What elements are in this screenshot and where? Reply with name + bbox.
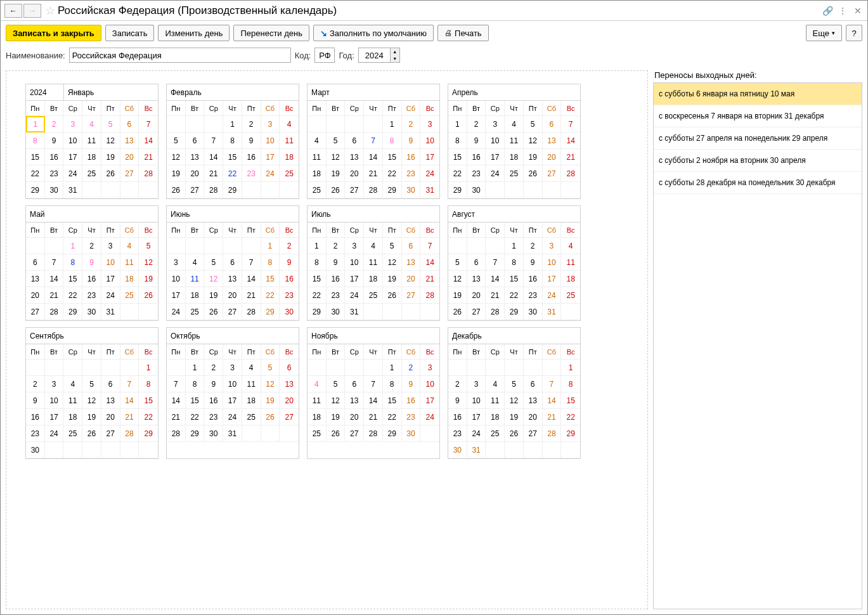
day-cell[interactable] xyxy=(420,304,439,320)
day-cell[interactable]: 17 xyxy=(167,287,186,304)
day-cell[interactable]: 25 xyxy=(308,425,327,442)
day-cell[interactable]: 18 xyxy=(308,165,327,182)
day-cell[interactable]: 26 xyxy=(505,425,524,442)
day-cell[interactable]: 2 xyxy=(280,238,299,254)
day-cell[interactable]: 15 xyxy=(561,392,580,409)
day-cell[interactable] xyxy=(204,116,223,133)
day-cell[interactable]: 23 xyxy=(45,165,64,182)
day-cell[interactable]: 12 xyxy=(327,149,346,165)
day-cell[interactable]: 17 xyxy=(63,149,82,165)
day-cell[interactable]: 18 xyxy=(186,287,205,304)
day-cell[interactable]: 23 xyxy=(26,425,45,442)
day-cell[interactable] xyxy=(223,238,242,254)
day-cell[interactable]: 6 xyxy=(280,359,299,376)
day-cell[interactable]: 2 xyxy=(402,116,421,133)
day-cell[interactable]: 14 xyxy=(364,149,383,165)
day-cell[interactable]: 18 xyxy=(120,271,139,287)
day-cell[interactable]: 8 xyxy=(383,133,402,149)
day-cell[interactable]: 22 xyxy=(448,165,467,182)
day-cell[interactable]: 20 xyxy=(345,165,364,182)
day-cell[interactable]: 27 xyxy=(543,165,562,182)
day-cell[interactable] xyxy=(186,116,205,133)
day-cell[interactable]: 13 xyxy=(345,149,364,165)
day-cell[interactable]: 9 xyxy=(402,133,421,149)
day-cell[interactable] xyxy=(561,442,580,458)
day-cell[interactable] xyxy=(561,304,580,320)
day-cell[interactable] xyxy=(120,359,139,376)
day-cell[interactable]: 25 xyxy=(505,165,524,182)
day-cell[interactable]: 6 xyxy=(345,133,364,149)
day-cell[interactable]: 4 xyxy=(561,238,580,254)
day-cell[interactable]: 1 xyxy=(383,116,402,133)
day-cell[interactable]: 20 xyxy=(101,409,120,425)
day-cell[interactable]: 25 xyxy=(242,409,261,425)
day-cell[interactable]: 31 xyxy=(223,425,242,442)
day-cell[interactable]: 25 xyxy=(280,165,299,182)
day-cell[interactable]: 26 xyxy=(204,304,223,320)
day-cell[interactable]: 21 xyxy=(204,165,223,182)
day-cell[interactable]: 11 xyxy=(308,392,327,409)
day-cell[interactable]: 15 xyxy=(63,271,82,287)
day-cell[interactable]: 4 xyxy=(364,238,383,254)
day-cell[interactable]: 9 xyxy=(448,392,467,409)
day-cell[interactable]: 18 xyxy=(308,409,327,425)
day-cell[interactable]: 26 xyxy=(139,287,158,304)
day-cell[interactable]: 7 xyxy=(364,376,383,392)
day-cell[interactable]: 21 xyxy=(486,287,505,304)
day-cell[interactable]: 12 xyxy=(261,376,280,392)
day-cell[interactable] xyxy=(82,359,101,376)
more-button[interactable]: Еще xyxy=(806,25,842,41)
day-cell[interactable]: 19 xyxy=(261,392,280,409)
day-cell[interactable]: 20 xyxy=(543,149,562,165)
day-cell[interactable] xyxy=(420,425,439,442)
day-cell[interactable]: 18 xyxy=(82,149,101,165)
day-cell[interactable]: 16 xyxy=(467,149,486,165)
day-cell[interactable]: 25 xyxy=(82,165,101,182)
day-cell[interactable]: 29 xyxy=(63,304,82,320)
day-cell[interactable] xyxy=(364,116,383,133)
day-cell[interactable] xyxy=(242,425,261,442)
day-cell[interactable]: 18 xyxy=(486,409,505,425)
day-cell[interactable]: 28 xyxy=(364,425,383,442)
day-cell[interactable] xyxy=(280,425,299,442)
day-cell[interactable]: 29 xyxy=(448,182,467,198)
day-cell[interactable] xyxy=(364,359,383,376)
day-cell[interactable]: 27 xyxy=(467,304,486,320)
day-cell[interactable]: 25 xyxy=(120,287,139,304)
day-cell[interactable]: 12 xyxy=(327,392,346,409)
day-cell[interactable] xyxy=(45,238,64,254)
favorite-star-icon[interactable]: ☆ xyxy=(45,4,55,18)
day-cell[interactable]: 9 xyxy=(82,254,101,271)
day-cell[interactable] xyxy=(448,238,467,254)
day-cell[interactable]: 21 xyxy=(45,287,64,304)
day-cell[interactable]: 5 xyxy=(448,254,467,271)
day-cell[interactable]: 20 xyxy=(280,392,299,409)
day-cell[interactable]: 1 xyxy=(223,116,242,133)
day-cell[interactable]: 6 xyxy=(186,133,205,149)
day-cell[interactable]: 3 xyxy=(101,238,120,254)
day-cell[interactable] xyxy=(524,182,543,198)
day-cell[interactable]: 7 xyxy=(561,116,580,133)
day-cell[interactable]: 9 xyxy=(402,376,421,392)
day-cell[interactable]: 16 xyxy=(402,149,421,165)
day-cell[interactable]: 28 xyxy=(242,304,261,320)
day-cell[interactable] xyxy=(242,238,261,254)
day-cell[interactable]: 26 xyxy=(101,165,120,182)
day-cell[interactable]: 22 xyxy=(505,287,524,304)
day-cell[interactable]: 17 xyxy=(543,271,562,287)
transfer-item[interactable]: с субботы 6 января на пятницу 10 мая xyxy=(654,83,862,105)
day-cell[interactable]: 21 xyxy=(420,271,439,287)
day-cell[interactable]: 24 xyxy=(543,287,562,304)
day-cell[interactable]: 27 xyxy=(280,409,299,425)
day-cell[interactable]: 16 xyxy=(26,409,45,425)
year-input[interactable] xyxy=(358,48,390,63)
day-cell[interactable]: 28 xyxy=(543,425,562,442)
day-cell[interactable]: 25 xyxy=(308,182,327,198)
day-cell[interactable]: 21 xyxy=(364,165,383,182)
day-cell[interactable]: 1 xyxy=(448,116,467,133)
day-cell[interactable]: 18 xyxy=(561,271,580,287)
day-cell[interactable]: 10 xyxy=(543,254,562,271)
day-cell[interactable]: 6 xyxy=(223,254,242,271)
day-cell[interactable]: 2 xyxy=(82,238,101,254)
save-button[interactable]: Записать xyxy=(105,25,155,41)
